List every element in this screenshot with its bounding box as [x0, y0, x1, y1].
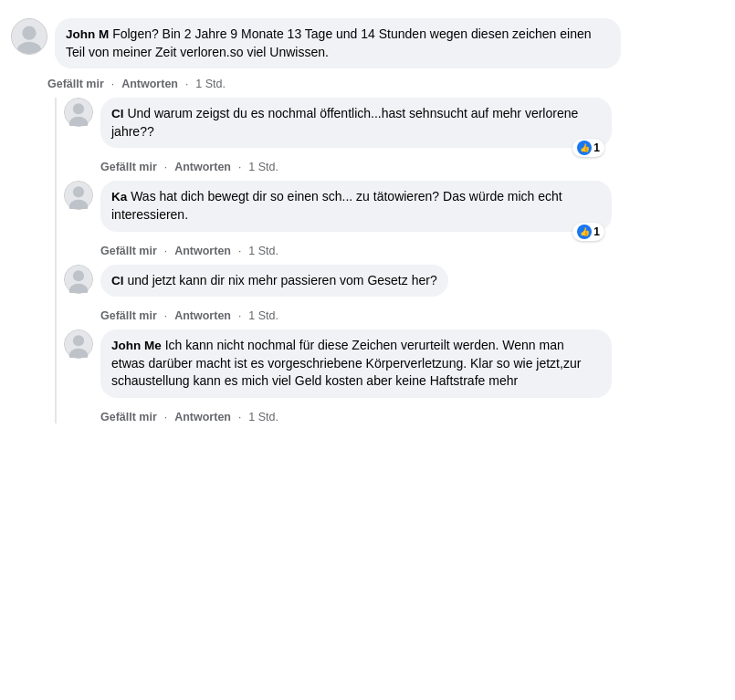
svg-point-7 — [73, 187, 84, 198]
svg-point-4 — [73, 103, 84, 114]
svg-point-10 — [73, 270, 84, 281]
reply-2-like-badge: 👍 1 — [572, 223, 604, 241]
reply-3-reply-button[interactable]: Antworten — [174, 309, 231, 322]
main-comment-wrapper: John M Folgen? Bin 2 Jahre 9 Monate 13 T… — [11, 18, 724, 90]
reply-2-bubble: Ka Was hat dich bewegt dir so einen sch.… — [100, 181, 612, 231]
reply-2-author: Ka — [111, 190, 127, 204]
reply-4-timestamp: 1 Std. — [248, 411, 278, 423]
reply-1-wrapper: Cl Und warum zeigst du es nochmal öffent… — [64, 98, 724, 173]
reply-4-reply-button[interactable]: Antworten — [174, 411, 231, 423]
main-comment-item: John M Folgen? Bin 2 Jahre 9 Monate 13 T… — [11, 18, 724, 68]
reply-2-actions: Gefällt mir · Antworten · 1 Std. — [100, 245, 724, 257]
like-icon: 👍 — [577, 141, 592, 155]
main-comment-author: John M — [66, 27, 109, 41]
reply-2-avatar — [64, 181, 93, 210]
reply-1-author: Cl — [111, 107, 124, 120]
main-like-button[interactable]: Gefällt mir — [47, 78, 104, 90]
like-icon-2: 👍 — [577, 225, 592, 239]
main-reply-button[interactable]: Antworten — [121, 78, 178, 90]
reply-1-like-button[interactable]: Gefällt mir — [100, 161, 157, 173]
comment-thread: John M Folgen? Bin 2 Jahre 9 Monate 13 T… — [11, 11, 724, 431]
main-timestamp: 1 Std. — [195, 78, 226, 90]
reply-3-wrapper: Cl und jetzt kann dir nix mehr passieren… — [64, 265, 724, 323]
main-comment-text: Folgen? Bin 2 Jahre 9 Monate 13 Tage und… — [66, 26, 592, 59]
reply-2-text: Was hat dich bewegt dir so einen sch... … — [111, 189, 562, 222]
reply-2-timestamp: 1 Std. — [248, 245, 278, 257]
reply-1-like-badge: 👍 1 — [572, 139, 604, 157]
reply-3-item: Cl und jetzt kann dir nix mehr passieren… — [64, 265, 724, 298]
reply-4-like-button[interactable]: Gefällt mir — [100, 411, 157, 423]
reply-3-like-button[interactable]: Gefällt mir — [100, 309, 157, 322]
reply-4-actions: Gefällt mir · Antworten · 1 Std. — [100, 411, 724, 423]
replies-section: Cl Und warum zeigst du es nochmal öffent… — [55, 98, 724, 423]
reply-1-timestamp: 1 Std. — [248, 161, 278, 173]
reply-3-bubble: Cl und jetzt kann dir nix mehr passieren… — [100, 265, 448, 298]
reply-4-author: John Me — [111, 339, 162, 352]
reply-1-text: Und warum zeigst du es nochmal öffentlic… — [111, 106, 578, 139]
reply-3-avatar — [64, 265, 93, 294]
reply-2-item: Ka Was hat dich bewegt dir so einen sch.… — [64, 181, 724, 231]
main-comment-actions: Gefällt mir · Antworten · 1 Std. — [47, 78, 724, 90]
reply-3-actions: Gefällt mir · Antworten · 1 Std. — [100, 309, 724, 322]
reply-3-timestamp: 1 Std. — [248, 309, 278, 322]
reply-3-author: Cl — [111, 274, 124, 287]
reply-2-like-button[interactable]: Gefällt mir — [100, 245, 157, 257]
avatar — [11, 18, 47, 55]
reply-4-item: John Me Ich kann nicht nochmal für diese… — [64, 329, 724, 398]
main-comment-bubble: John M Folgen? Bin 2 Jahre 9 Monate 13 T… — [55, 18, 621, 68]
reply-1-actions: Gefällt mir · Antworten · 1 Std. — [100, 161, 724, 173]
reply-4-text: Ich kann nicht nochmal für diese Zeichen… — [111, 338, 581, 388]
svg-point-1 — [22, 26, 36, 40]
reply-1-item: Cl Und warum zeigst du es nochmal öffent… — [64, 98, 724, 148]
reply-1-bubble: Cl Und warum zeigst du es nochmal öffent… — [100, 98, 612, 148]
reply-3-text: und jetzt kann dir nix mehr passieren vo… — [127, 273, 436, 287]
reply-1-avatar — [64, 98, 93, 127]
reply-4-bubble: John Me Ich kann nicht nochmal für diese… — [100, 329, 612, 398]
reply-4-wrapper: John Me Ich kann nicht nochmal für diese… — [64, 329, 724, 423]
reply-2-wrapper: Ka Was hat dich bewegt dir so einen sch.… — [64, 181, 724, 256]
svg-point-13 — [73, 335, 84, 346]
reply-1-reply-button[interactable]: Antworten — [174, 161, 231, 173]
reply-4-avatar — [64, 329, 93, 359]
reply-2-reply-button[interactable]: Antworten — [174, 245, 231, 257]
